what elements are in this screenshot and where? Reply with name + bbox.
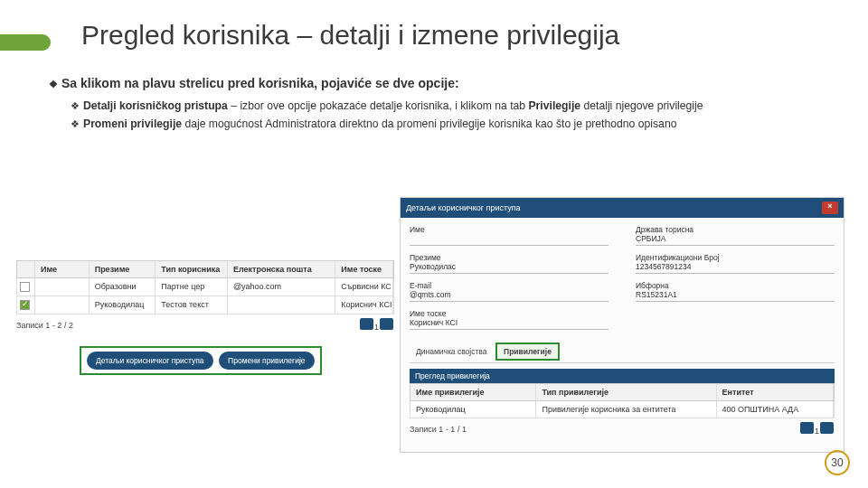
label-country: Држава торисна xyxy=(636,225,835,234)
page-next-icon[interactable] xyxy=(820,422,834,434)
accent-bar xyxy=(0,34,51,51)
page-prev-icon[interactable] xyxy=(800,422,814,434)
table-row[interactable]: Руководилац Тестов текст Кориснич КСI xyxy=(16,296,394,314)
th-type: Тип корисника xyxy=(156,261,228,277)
bullet-list: ❖Detalji korisničkog pristupa – izbor ov… xyxy=(49,98,841,133)
cell: Партне цер xyxy=(156,278,228,296)
tab-privileges[interactable]: Привилегије xyxy=(495,343,560,361)
b2-text: daje mogućnost Administratora direktno d… xyxy=(182,117,676,130)
tab-dynamic[interactable]: Динамичка својства xyxy=(410,344,494,359)
page-num: 1 xyxy=(815,427,819,436)
field-toske: Кориснич КСI xyxy=(410,318,609,330)
priv-thead: Име привилегије Тип привилегије Ентитет xyxy=(410,383,835,401)
field-email: @qmts.com xyxy=(410,290,609,302)
pager-text: Записи 1 - 2 / 2 xyxy=(16,321,73,330)
cell: @yahoo.com xyxy=(228,278,335,296)
b1-bold2: Privilegije xyxy=(528,99,580,112)
left-screenshot: Име Презиме Тип корисника Електронска по… xyxy=(16,260,394,375)
field-name xyxy=(410,234,609,246)
cell xyxy=(228,296,335,314)
tabs: Динамичка својства Привилегије xyxy=(410,343,835,363)
cell: 400 ОПШТИНА АДА xyxy=(717,401,834,418)
content: ❖Sa klikom na plavu strelicu pred korisn… xyxy=(49,76,841,135)
page-number: 30 xyxy=(825,450,850,475)
pager: Записи 1 - 2 / 2 1 xyxy=(16,318,394,332)
cell: Привилегије корисника за ентитета xyxy=(536,401,716,418)
lead-line: ❖Sa klikom na plavu strelicu pred korisn… xyxy=(49,76,841,90)
bullet-1: ❖Detalji korisničkog pristupa – izbor ov… xyxy=(71,98,841,114)
th-privname: Име привилегије xyxy=(410,384,536,400)
b1-bold: Detalji korisničkog pristupa xyxy=(83,99,228,112)
change-priv-button[interactable]: Промени привилегије xyxy=(219,352,314,370)
label-surname: Презиме xyxy=(410,253,609,262)
button-row-highlight: Детаљи корисничког приступа Промени прив… xyxy=(80,346,322,375)
diamond-icon: ❖ xyxy=(49,79,58,90)
label-email: Е-mail xyxy=(410,281,609,290)
field-id: 1234567891234 xyxy=(636,262,835,274)
field-country: СРБИЈА xyxy=(636,234,835,246)
th-check xyxy=(17,261,35,277)
priv-row[interactable]: Руководилац Привилегије корисника за ент… xyxy=(410,401,835,418)
close-icon[interactable]: × xyxy=(822,202,838,214)
field-surname: Руководилас xyxy=(410,262,609,274)
th-entity: Ентитет xyxy=(717,384,834,400)
checkbox-icon[interactable] xyxy=(20,282,30,292)
checkbox-checked-icon[interactable] xyxy=(20,300,30,310)
b2-bold: Promeni privilegije xyxy=(83,117,182,130)
table-header: Име Презиме Тип корисника Електронска по… xyxy=(16,260,394,278)
label-toske: Име тоске xyxy=(410,309,609,318)
details-button[interactable]: Детаљи корисничког приступа xyxy=(87,352,213,370)
th-email: Електронска пошта xyxy=(228,261,335,277)
cell: Руководилац xyxy=(410,401,536,418)
b1-text2: detalji njegove privilegije xyxy=(580,99,703,112)
priv-subheader: Преглед привилегија xyxy=(410,369,835,383)
pager-text: Записи 1 - 1 / 1 xyxy=(410,425,467,434)
page-title: Pregled korisnika – detalji i izmene pri… xyxy=(81,20,619,51)
right-screenshot: Детаљи корисничког приступа × Име Презим… xyxy=(400,197,844,453)
dialog-title: Детаљи корисничког приступа xyxy=(406,203,521,212)
page-next-icon[interactable] xyxy=(380,318,393,330)
table-row[interactable]: Образовни Партне цер @yahoo.com Сървисни… xyxy=(16,278,394,296)
diamond-icon: ❖ xyxy=(71,117,80,132)
field-ib: RS15231A1 xyxy=(636,290,835,302)
th-surname: Презиме xyxy=(90,261,156,277)
cell: Образовни xyxy=(90,278,156,296)
cell: Тестов текст xyxy=(156,296,228,314)
page-prev-icon[interactable] xyxy=(360,318,373,330)
th-privtype: Тип привилегије xyxy=(536,384,716,400)
label-name: Име xyxy=(410,225,609,234)
label-id: Идентификациони Број xyxy=(636,253,835,262)
th-name: Име xyxy=(35,261,90,277)
cell: Сървисни КС xyxy=(335,278,393,296)
cell: Кориснич КСI xyxy=(335,296,393,314)
cell: Руководилац xyxy=(90,296,156,314)
diamond-icon: ❖ xyxy=(71,99,80,114)
bullet-2: ❖Promeni privilegije daje mogućnost Admi… xyxy=(71,116,841,132)
lead-text: Sa klikom na plavu strelicu pred korisni… xyxy=(61,76,459,90)
page-num: 1 xyxy=(374,323,379,332)
b1-text: – izbor ove opcije pokazaće detalje kori… xyxy=(228,99,529,112)
priv-pager: Записи 1 - 1 / 1 1 xyxy=(410,422,835,436)
dialog-titlebar: Детаљи корисничког приступа × xyxy=(401,198,844,218)
th-toske: Име тоске xyxy=(335,261,393,277)
label-ib: Ибфорна xyxy=(636,281,835,290)
